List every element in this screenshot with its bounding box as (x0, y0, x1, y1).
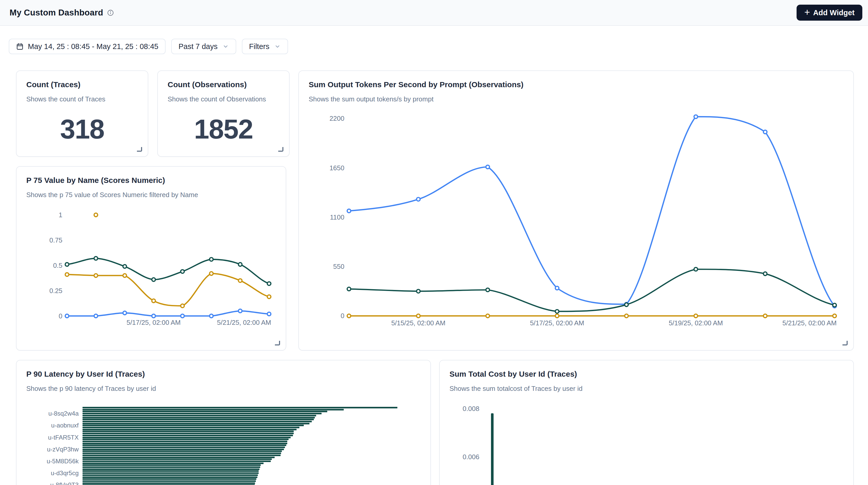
latency-bar (83, 438, 288, 440)
latency-bar (83, 477, 257, 478)
data-point-marker (65, 314, 69, 318)
data-point-marker (94, 213, 98, 217)
latency-bar (83, 472, 259, 474)
y-axis-tick-label: 2200 (330, 115, 344, 122)
resize-handle-icon[interactable] (275, 341, 280, 345)
add-widget-button[interactable]: + Add Widget (797, 5, 862, 21)
data-point-marker (239, 309, 242, 313)
widget-count-traces: Count (Traces) Shows the count of Traces… (16, 70, 148, 157)
data-point-marker (763, 272, 767, 275)
data-point-marker (152, 299, 155, 303)
add-widget-label: Add Widget (813, 8, 855, 17)
data-point-marker (416, 290, 420, 293)
data-point-marker (239, 279, 242, 282)
data-point-marker (347, 314, 351, 318)
latency-bar (83, 430, 294, 432)
latency-bar (83, 478, 256, 480)
page-title: My Custom Dashboard (9, 8, 103, 18)
user-id-axis-label: u-8sq2w4a (17, 410, 79, 417)
latency-bar (83, 421, 312, 422)
data-point-marker (94, 256, 98, 260)
info-icon[interactable] (107, 9, 114, 16)
data-point-marker (347, 287, 351, 291)
latency-bar (83, 409, 344, 411)
user-id-axis-label: u-zVqP3hw (17, 446, 79, 453)
x-axis-tick-label: 5/17/25, 02:00 AM (530, 320, 584, 327)
resize-handle-icon[interactable] (842, 341, 848, 345)
data-point-marker (152, 314, 155, 318)
widget-p90-latency-chart: P 90 Latency by User Id (Traces) Shows t… (16, 360, 431, 485)
y-axis-tick-label: 0 (341, 312, 344, 320)
user-id-axis-label: u-d3qr5cg (17, 469, 79, 477)
line-series-series-3 (67, 273, 269, 306)
data-point-marker (94, 314, 98, 318)
resize-handle-icon[interactable] (278, 147, 283, 152)
widget-title: Count (Traces) (26, 80, 81, 89)
latency-bar (83, 413, 321, 414)
line-chart-tokens: 05501100165022005/15/25, 02:00 AM5/17/25… (299, 71, 853, 350)
y-axis-tick-label: 0 (59, 312, 62, 320)
time-preset-dropdown[interactable]: Past 7 days (171, 39, 236, 54)
data-point-marker (694, 314, 698, 318)
widget-subtitle: Shows the sum totalcost of Traces by use… (450, 385, 583, 393)
data-point-marker (347, 209, 351, 213)
y-axis-tick-label: 0.5 (53, 262, 62, 269)
data-point-marker (181, 270, 184, 273)
data-point-marker (625, 303, 628, 306)
widget-title: Sum Total Cost by User Id (Traces) (450, 370, 577, 378)
latency-bar (83, 415, 316, 416)
y-axis-tick-label: 1 (59, 211, 62, 218)
widget-tokens-per-second-chart: Sum Output Tokens Per Second by Prompt (… (298, 70, 854, 351)
widget-count-observations: Count (Observations) Shows the count of … (157, 70, 289, 157)
data-point-marker (694, 268, 698, 271)
data-point-marker (267, 295, 271, 299)
latency-bar (83, 457, 275, 458)
data-point-marker (833, 303, 836, 307)
user-id-axis-label: u-8fVa9T3 (17, 481, 79, 485)
latency-bar (83, 437, 290, 438)
resize-handle-icon[interactable] (137, 147, 142, 152)
user-id-axis-label: u-aobnuxf (17, 422, 79, 429)
chevron-down-icon (274, 43, 281, 50)
calendar-icon (16, 42, 24, 50)
data-point-marker (486, 314, 490, 318)
latency-bar (83, 417, 315, 419)
widget-subtitle: Shows the p 90 latency of Traces by user… (26, 385, 156, 393)
latency-bar (83, 458, 272, 460)
latency-bar (83, 475, 258, 476)
top-bar: My Custom Dashboard + Add Widget (0, 0, 868, 26)
filters-label: Filters (249, 42, 270, 51)
line-chart-p75: 00.250.50.7515/17/25, 02:00 AM5/21/25, 0… (17, 166, 286, 350)
data-point-marker (239, 263, 242, 266)
widget-title: P 90 Latency by User Id (Traces) (26, 370, 145, 378)
latency-bar (83, 445, 286, 446)
data-point-marker (152, 278, 155, 281)
latency-bar (83, 466, 260, 468)
user-id-axis-label: u-5M8D56k (17, 458, 79, 465)
date-range-button[interactable]: May 14, 25 : 08:45 - May 21, 25 : 08:45 (9, 39, 165, 54)
latency-bar (83, 462, 264, 464)
data-point-marker (833, 314, 836, 318)
data-point-marker (486, 165, 490, 169)
count-value: 1852 (158, 110, 289, 149)
line-series-series-2 (349, 269, 835, 311)
latency-bar (83, 464, 261, 466)
latency-bar (83, 441, 287, 442)
latency-bar (83, 480, 256, 482)
y-axis-tick-label: 0.008 (440, 405, 479, 413)
latency-bar (83, 453, 281, 454)
user-id-axis-label: u-tFAR5TX (17, 434, 79, 441)
data-point-marker (763, 130, 767, 134)
latency-bar (83, 433, 294, 434)
data-point-marker (763, 314, 767, 318)
data-point-marker (123, 265, 127, 268)
dashboard-controls: May 14, 25 : 08:45 - May 21, 25 : 08:45 … (9, 39, 288, 54)
data-point-marker (555, 314, 559, 318)
y-axis-tick-label: 0.25 (50, 287, 62, 294)
widget-title: Count (Observations) (167, 80, 247, 89)
data-point-marker (210, 257, 213, 261)
latency-bar (83, 450, 282, 452)
data-point-marker (416, 198, 420, 201)
x-axis-tick-label: 5/19/25, 02:00 AM (669, 320, 723, 327)
filters-dropdown[interactable]: Filters (242, 39, 288, 54)
